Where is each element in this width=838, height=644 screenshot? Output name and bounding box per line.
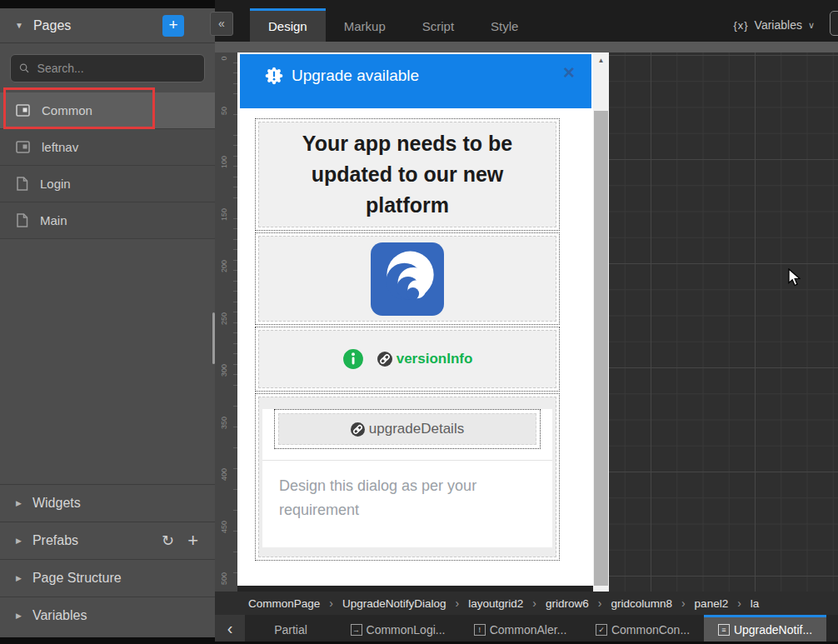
page-item-label: Login	[40, 177, 71, 191]
clipped-edge-button[interactable]	[830, 11, 838, 36]
breadcrumb-separator: ›	[598, 597, 602, 610]
dialog-header[interactable]: Upgrade available ×	[240, 54, 591, 108]
tab-partial[interactable]: Partial	[245, 615, 337, 642]
ruler-label: 450	[220, 522, 228, 533]
section-label: Prefabs	[32, 533, 151, 548]
prefabs-actions: ↻ +	[162, 530, 198, 552]
ruler-label: 50	[220, 105, 228, 117]
breadcrumb-item[interactable]: CommonPage	[248, 597, 320, 610]
tab-style[interactable]: Style	[472, 8, 536, 42]
caret-down-icon: ▼	[15, 21, 23, 30]
breadcrumb-item[interactable]: panel2	[695, 597, 729, 610]
breadcrumb-item[interactable]: gridrow6	[546, 597, 589, 610]
pages-list-empty-area	[0, 239, 215, 484]
panel-widget[interactable]: upgradeDetails Design this dialog as per…	[258, 397, 556, 557]
tabbar-scroll-left-button[interactable]: ‹	[215, 615, 245, 642]
section-label: Widgets	[32, 496, 202, 511]
add-prefab-button[interactable]: +	[187, 530, 198, 552]
ruler-label: 0	[220, 52, 228, 64]
variables-menu-button[interactable]: {x} Variables ∨	[733, 8, 815, 42]
ruler-label: 500	[220, 573, 228, 585]
pages-panel-header[interactable]: ▼ Pages +	[0, 8, 215, 43]
sidebar-section-variables[interactable]: ▶ Variables	[0, 597, 215, 634]
sidebar-item-common[interactable]: Common	[0, 92, 215, 129]
open-files-tabbar: ‹ Partial → CommonLogi... ! CommonAler..…	[215, 615, 838, 642]
canvas-grid-background	[609, 52, 838, 592]
horizontal-ruler	[215, 42, 838, 52]
variables-icon: {x}	[733, 19, 748, 32]
upgrade-badge-icon	[265, 67, 283, 85]
canvas-page: Upgrade available × Your app needs to be…	[237, 52, 593, 586]
tab-common-alert[interactable]: ! CommonAler...	[459, 615, 581, 642]
version-info-widget[interactable]: versionInfo	[258, 330, 556, 388]
bind-link-icon	[377, 352, 392, 367]
info-icon	[342, 348, 364, 370]
widget-breadcrumb: CommonPage › UpgradeNotifyDialog › layou…	[215, 592, 838, 615]
page-item-label: Main	[40, 213, 67, 227]
tab-script[interactable]: Script	[404, 8, 472, 42]
breadcrumb-item[interactable]: la	[751, 597, 760, 610]
section-label: Variables	[32, 608, 202, 623]
ruler-label: 200	[220, 261, 228, 272]
close-icon[interactable]: ×	[563, 62, 575, 82]
designer-mode-tabs: Design Markup Script Style	[250, 8, 536, 42]
ruler-label: 150	[220, 209, 228, 221]
upgrade-details-button[interactable]: upgradeDetails	[278, 413, 536, 445]
breadcrumb-separator: ›	[329, 597, 333, 610]
sidebar-resize-handle[interactable]	[212, 312, 215, 364]
page-icon	[16, 213, 28, 227]
canvas-vertical-scrollbar[interactable]: ▲	[593, 52, 609, 592]
page-item-label: Common	[42, 103, 92, 117]
tab-upgrade-notify[interactable]: ≡ UpgradeNotif...	[704, 615, 826, 642]
collapse-sidebar-button[interactable]: «	[210, 12, 233, 36]
pages-search-box[interactable]	[10, 54, 205, 82]
caret-right-icon: ▶	[16, 537, 22, 545]
alert-dialog-icon: !	[474, 624, 486, 636]
search-input[interactable]	[37, 62, 196, 75]
dialog-body: Your app needs to be updated to our new …	[237, 108, 593, 557]
search-icon	[19, 62, 30, 74]
form-dialog-icon: ≡	[718, 624, 730, 636]
ruler-label: 250	[220, 313, 228, 325]
tab-label: CommonAler...	[490, 623, 567, 637]
tab-markup[interactable]: Markup	[326, 8, 404, 42]
page-item-label: leftnav	[42, 140, 78, 154]
sidebar-section-page-structure[interactable]: ▶ Page Structure	[0, 559, 215, 597]
panel-hint-text: Design this dialog as per your requireme…	[262, 461, 512, 522]
dialog-title: Upgrade available	[292, 67, 419, 85]
version-info-label: versionInfo	[377, 351, 473, 367]
scrollbar-thumb[interactable]	[594, 111, 608, 586]
tab-common-confirm[interactable]: ✓ CommonCon...	[581, 615, 704, 642]
pages-panel-title: Pages	[33, 18, 162, 33]
tab-design[interactable]: Design	[250, 8, 326, 42]
sidebar-item-main[interactable]: Main	[0, 202, 215, 239]
scroll-up-arrow[interactable]: ▲	[593, 52, 609, 67]
tab-common-login[interactable]: → CommonLogi...	[337, 615, 459, 642]
refresh-icon[interactable]: ↻	[162, 532, 174, 550]
add-page-button[interactable]: +	[162, 15, 184, 37]
caret-right-icon: ▶	[16, 499, 22, 507]
login-dialog-icon: →	[351, 624, 362, 636]
ruler-label: 400	[220, 469, 228, 481]
chevron-down-icon: ∨	[808, 20, 815, 31]
dialog-heading-text: Your app needs to be updated to our new …	[274, 128, 541, 221]
picture-widget[interactable]	[258, 236, 556, 322]
partial-icon	[16, 141, 30, 153]
bind-link-icon	[351, 422, 365, 437]
top-toolbar: Design Markup Script Style {x} Variables…	[215, 0, 838, 42]
heading-widget[interactable]: Your app needs to be updated to our new …	[258, 122, 556, 227]
breadcrumb-item[interactable]: layoutgrid2	[468, 597, 523, 610]
sidebar-section-prefabs[interactable]: ▶ Prefabs ↻ +	[0, 522, 215, 559]
sidebar-section-widgets[interactable]: ▶ Widgets	[0, 484, 215, 522]
app-window: Design Markup Script Style {x} Variables…	[0, 0, 838, 644]
partial-icon	[16, 104, 30, 117]
tab-label: UpgradeNotif...	[734, 623, 812, 637]
version-info-text: versionInfo	[397, 351, 473, 367]
breadcrumb-item[interactable]: gridcolumn8	[611, 597, 672, 610]
app-logo-icon	[371, 242, 444, 316]
breadcrumb-item[interactable]: UpgradeNotifyDialog	[342, 597, 446, 610]
tab-label: Partial	[274, 623, 307, 637]
sidebar-item-leftnav[interactable]: leftnav	[0, 129, 215, 166]
sidebar-item-login[interactable]: Login	[0, 166, 215, 202]
caret-right-icon: ▶	[16, 574, 22, 582]
